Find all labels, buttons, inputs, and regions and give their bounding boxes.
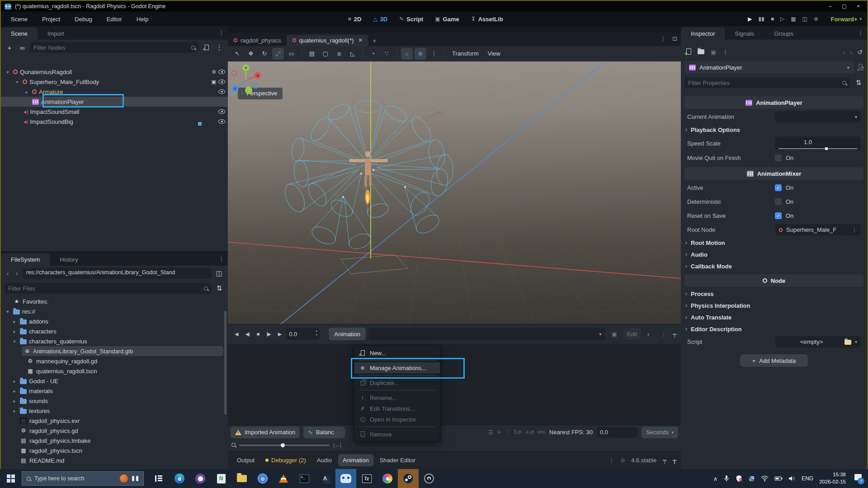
- taskbar-search-input[interactable]: Type here to search: [22, 471, 144, 486]
- attach-script-button[interactable]: [202, 44, 212, 52]
- menu-item-duplicate-[interactable]: Duplicate...: [354, 377, 440, 388]
- new-scene-tab-button[interactable]: +: [368, 35, 381, 46]
- unlock-node-button[interactable]: ▢: [320, 48, 331, 60]
- local-space-button[interactable]: ◔: [367, 48, 379, 60]
- filter-files-input[interactable]: Filter Files: [5, 283, 212, 294]
- file-tree-row[interactable]: ▦quaternius_ragdoll.tscn: [1, 366, 228, 376]
- split-mode-button[interactable]: ◫: [214, 269, 224, 277]
- scene-tree-row[interactable]: ◄)ImpactSoundBig: [1, 117, 228, 127]
- edited-object-dropdown[interactable]: AnimationPlayer ▾: [684, 61, 854, 74]
- tab-menu-button[interactable]: ⋮: [218, 29, 224, 36]
- file-tree-row[interactable]: ▸sounds: [1, 396, 228, 406]
- viewport-options-button[interactable]: ⋮: [428, 48, 440, 60]
- tree-arrow-icon[interactable]: ▸: [11, 329, 18, 334]
- scale-mode-button[interactable]: ⤢: [272, 48, 284, 60]
- tab-menu-button[interactable]: ⋮: [858, 29, 863, 36]
- property-value[interactable]: ▾: [775, 111, 861, 122]
- bottom-tab-animation[interactable]: Animation: [338, 454, 373, 466]
- file-tree-row[interactable]: ▸Godot - UE: [1, 376, 228, 386]
- scene-tree-row[interactable]: ▾Superhero_Male_FullBody▣: [1, 77, 228, 87]
- property-value[interactable]: 1.0: [775, 136, 861, 150]
- tab-filesystem[interactable]: FileSystem: [1, 253, 50, 266]
- menu-item-edit-transitions-[interactable]: ✗Edit Transitions...: [354, 403, 440, 414]
- edit-button[interactable]: Edit: [623, 328, 641, 340]
- scene-tab-ragdoll_physics[interactable]: ragdoll_physics: [228, 35, 287, 46]
- menu-help[interactable]: Help: [131, 14, 154, 24]
- hidden-icons-button[interactable]: ∧: [713, 475, 718, 482]
- menu-scene[interactable]: Scene: [5, 14, 33, 24]
- workspace-game-button[interactable]: ▣Game: [431, 14, 462, 24]
- microphone-tray-icon[interactable]: [723, 475, 730, 482]
- edge-taskbar-button[interactable]: e: [169, 469, 190, 488]
- tree-arrow-icon[interactable]: ▾: [5, 309, 11, 314]
- fold-playback-options[interactable]: ›Playback Options: [681, 124, 867, 136]
- property-value[interactable]: <empty>▾: [775, 336, 861, 347]
- terminal-taskbar-button[interactable]: >_: [294, 469, 315, 488]
- vlc-taskbar-button[interactable]: [273, 469, 294, 488]
- file-tree-row[interactable]: ▸materials: [1, 386, 228, 396]
- workspace-script-button[interactable]: ✎Script: [396, 14, 427, 24]
- checkbox-checked-icon[interactable]: ✓: [775, 184, 782, 191]
- loop-wrap-icon[interactable]: ✧↺: [525, 429, 534, 436]
- select-mode-button[interactable]: ↖: [231, 48, 243, 60]
- menu-project[interactable]: Project: [37, 14, 66, 24]
- renderer-select[interactable]: Forward+ ▾: [831, 12, 862, 26]
- new-resource-button[interactable]: [686, 48, 691, 56]
- maximize-button[interactable]: ▢: [842, 3, 847, 9]
- stop-button[interactable]: ■: [771, 16, 774, 22]
- bottom-tab-audio[interactable]: Audio: [312, 454, 336, 466]
- scene-dock-menu-button[interactable]: ⋮: [214, 43, 224, 52]
- add-metadata-button[interactable]: + Add Metadata: [740, 354, 808, 367]
- visibility-eye-icon[interactable]: [218, 89, 225, 94]
- tab-groups[interactable]: Groups: [764, 28, 803, 40]
- tab-scene[interactable]: Scene: [1, 28, 38, 40]
- tab-list-menu-button[interactable]: ⋮: [660, 35, 666, 42]
- rotate-mode-button[interactable]: ↻: [259, 48, 270, 60]
- autoplay-toggle-button[interactable]: ▣: [608, 328, 621, 340]
- file-tree-row[interactable]: ▩ragdoll_physics.exr: [1, 416, 228, 426]
- property-value[interactable]: ✓On: [775, 184, 861, 191]
- property-value[interactable]: ✓On: [775, 212, 861, 219]
- property-filter-options-button[interactable]: ⇅: [854, 79, 863, 87]
- tab-import[interactable]: Import: [38, 28, 74, 40]
- tab-signals[interactable]: Signals: [725, 28, 764, 40]
- file-tree-row[interactable]: ▤README.md: [1, 455, 228, 465]
- start-button[interactable]: [0, 469, 22, 488]
- animation-name-dropdown[interactable]: ▾: [368, 328, 605, 340]
- filter-properties-input[interactable]: Filter Properties: [684, 77, 850, 88]
- resource-options-button[interactable]: ⋮: [722, 49, 728, 56]
- checkbox-unchecked-icon[interactable]: [775, 155, 782, 161]
- chevron-down-icon[interactable]: ▾: [855, 339, 857, 344]
- tab-menu-button[interactable]: ⋮: [218, 255, 224, 262]
- load-script-icon[interactable]: [844, 340, 851, 345]
- bottom-tab-output[interactable]: Output: [232, 454, 259, 466]
- group-node-button[interactable]: ⧈: [333, 48, 345, 60]
- expand-bottom-panel-button[interactable]: ┳: [673, 457, 676, 464]
- onion-skinning-button[interactable]: ◐: [643, 328, 654, 340]
- viewport-canvas[interactable]: ⁝ Perspective YXZ: [228, 61, 681, 324]
- fold-auto-translate[interactable]: ›Auto Translate: [681, 311, 867, 323]
- checkbox-checked-icon[interactable]: ✓: [775, 212, 782, 219]
- bottom-tab-shader-editor[interactable]: Shader Editor: [375, 454, 420, 466]
- maps-taskbar-button[interactable]: ◍: [252, 469, 273, 488]
- movie-maker-button[interactable]: ▦: [791, 16, 796, 22]
- spinbox-arrows-icon[interactable]: ▲▼: [315, 329, 318, 337]
- node-path-control[interactable]: Superhero_Male_F⋮: [775, 224, 861, 235]
- tab-inspector[interactable]: Inspector: [681, 28, 725, 40]
- close-tab-icon[interactable]: ✕: [358, 37, 363, 43]
- scene-tab-quaternius_ragdoll[interactable]: quaternius_ragdoll(*)✕: [287, 35, 368, 46]
- file-tree-row[interactable]: ⚙mannequiny_ragdoll.gd: [1, 356, 228, 366]
- notification-bell-icon[interactable]: ⍾: [621, 457, 625, 464]
- visibility-eye-icon[interactable]: [218, 70, 225, 74]
- preview-environment-button[interactable]: ⊕: [415, 48, 426, 60]
- workspace-2d-button[interactable]: ⌗2D: [344, 14, 365, 24]
- checkbox-unchecked-icon[interactable]: [775, 198, 782, 205]
- checkbox-control[interactable]: On: [775, 198, 861, 205]
- instance-scene-button[interactable]: ∞: [17, 44, 27, 52]
- task-view-taskbar-button[interactable]: [148, 469, 169, 488]
- play-backwards-button[interactable]: ◀|: [243, 329, 251, 339]
- load-resource-button[interactable]: [698, 48, 704, 56]
- history-forward-button[interactable]: ›: [850, 49, 852, 56]
- customize-run-button[interactable]: ⊛: [814, 16, 818, 22]
- language-indicator[interactable]: ENG: [802, 475, 813, 482]
